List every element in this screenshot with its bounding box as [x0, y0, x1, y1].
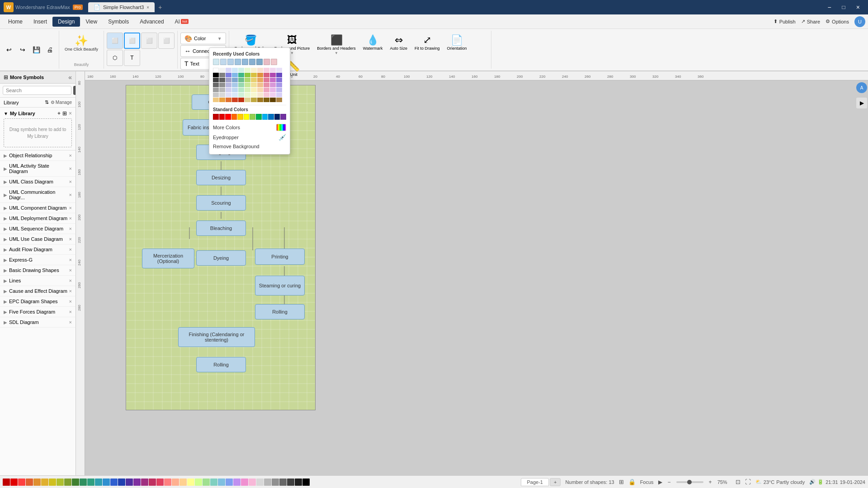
eyedropper-row[interactable]: Eyedropper 💉 [213, 132, 286, 142]
more-colors-row[interactable]: More Colors [213, 122, 286, 132]
menu-view[interactable]: View [80, 17, 103, 27]
color-bar-swatch[interactable] [233, 479, 241, 486]
swatch[interactable] [219, 73, 225, 77]
swatch[interactable] [270, 68, 276, 72]
menu-home[interactable]: Home [3, 17, 28, 27]
swatch[interactable] [276, 88, 282, 92]
shape-steaming[interactable]: Steaming or curing [255, 276, 305, 296]
menu-design[interactable]: Design [52, 17, 80, 27]
section-uml-class[interactable]: ▶ UML Class Diagram × [0, 177, 75, 187]
swatch[interactable] [276, 83, 282, 87]
swatch-ru-7[interactable] [256, 59, 263, 65]
color-bar-swatch[interactable] [241, 479, 248, 486]
search-input[interactable] [3, 86, 71, 95]
swatch[interactable] [245, 83, 250, 87]
save-btn[interactable]: 💾 [30, 43, 42, 56]
swatch[interactable] [251, 83, 257, 87]
shape-desizing[interactable]: Desizing [196, 170, 246, 185]
swatch[interactable] [251, 78, 257, 82]
swatch[interactable] [238, 73, 244, 77]
color-bar-swatch[interactable] [256, 479, 264, 486]
expand-right-btn[interactable]: ▶ [856, 98, 867, 108]
section-close-icon[interactable]: × [69, 319, 72, 325]
color-bar-swatch[interactable] [103, 479, 110, 486]
swatch[interactable] [276, 98, 282, 102]
swatch[interactable] [213, 73, 219, 77]
section-close-icon[interactable]: × [69, 288, 72, 294]
page-1-tab[interactable]: Page-1 [521, 478, 548, 486]
undo-btn[interactable]: ↩ [3, 43, 15, 56]
swatch[interactable] [245, 88, 250, 92]
maximize-btn[interactable]: □ [838, 2, 850, 12]
swatch[interactable] [238, 98, 244, 102]
swatch[interactable] [219, 93, 225, 97]
my-library-close-icon[interactable]: × [69, 110, 72, 117]
text-btn[interactable]: T [124, 50, 140, 66]
color-bar-swatch[interactable] [295, 479, 302, 486]
section-close-icon[interactable]: × [69, 257, 72, 263]
swatch-ru-2[interactable] [220, 59, 226, 65]
section-close-icon[interactable]: × [69, 166, 72, 171]
shape-mercerization[interactable]: Mercerization (Optional) [142, 249, 194, 268]
focus-btn[interactable]: Focus [640, 479, 654, 485]
swatch[interactable] [257, 68, 263, 72]
options-btn[interactable]: ⚙ Options [826, 19, 849, 24]
swatch-ru-6[interactable] [249, 59, 255, 65]
swatch[interactable] [213, 83, 219, 87]
color-bar-swatch[interactable] [133, 479, 141, 486]
swatch[interactable] [270, 93, 276, 97]
swatch[interactable] [213, 98, 219, 102]
color-bar-swatch[interactable] [3, 479, 10, 486]
diagram-canvas[interactable]: Gray Fabric Fabric inspection and stitch… [85, 80, 868, 475]
my-library-expand-icon[interactable]: ⊞ [62, 110, 67, 117]
color-bar-swatch[interactable] [226, 479, 233, 486]
share-btn[interactable]: ↗ Share [801, 19, 820, 24]
section-close-icon[interactable]: × [69, 153, 72, 158]
search-button[interactable]: Search [73, 86, 76, 95]
swatch[interactable] [264, 93, 269, 97]
section-express-g[interactable]: ▶ Express-G × [0, 255, 75, 265]
section-uml-usecase[interactable]: ▶ UML Use Case Diagram × [0, 234, 75, 244]
swatch[interactable] [245, 73, 250, 77]
connector-btn[interactable]: ⬡ [107, 50, 123, 66]
color-bar-swatch[interactable] [195, 479, 202, 486]
color-bar-swatch[interactable] [172, 479, 179, 486]
auto-size-btn[interactable]: ⇔ Auto Size [387, 33, 410, 53]
std-swatch-6[interactable] [244, 114, 250, 120]
swatch[interactable] [264, 83, 269, 87]
swatch[interactable] [238, 93, 244, 97]
swatch[interactable] [245, 78, 250, 82]
swatch[interactable] [245, 93, 250, 97]
swatch[interactable] [238, 68, 244, 72]
swatch[interactable] [264, 78, 269, 82]
zoom-slider[interactable] [676, 481, 703, 483]
lock-icon[interactable]: 🔒 [628, 479, 636, 485]
swatch[interactable] [219, 83, 225, 87]
swatch[interactable] [232, 83, 238, 87]
print-btn[interactable]: 🖨 [43, 43, 56, 56]
zoom-in-btn[interactable]: + [708, 478, 713, 486]
swatch[interactable] [245, 98, 250, 102]
new-tab-btn[interactable]: + [155, 2, 165, 13]
color-bar-swatch[interactable] [264, 479, 271, 486]
swatch[interactable] [226, 93, 231, 97]
one-click-beautify-btn[interactable]: ✨ One Click Beautify [63, 33, 100, 54]
section-close-icon[interactable]: × [69, 278, 72, 283]
style-btn-3[interactable]: ⬜ [141, 33, 157, 49]
std-swatch-8[interactable] [256, 114, 262, 120]
color-bar-swatch[interactable] [210, 479, 217, 486]
section-uml-component[interactable]: ▶ UML Component Diagram × [0, 203, 75, 213]
shape-scouring[interactable]: Scouring [196, 195, 246, 211]
swatch[interactable] [264, 88, 269, 92]
section-audit-flow[interactable]: ▶ Audit Flow Diagram × [0, 244, 75, 255]
swatch[interactable] [270, 78, 276, 82]
color-bar-swatch[interactable] [272, 479, 279, 486]
std-swatch-1[interactable] [213, 114, 219, 120]
section-cause-effect[interactable]: ▶ Cause and Effect Diagram × [0, 286, 75, 296]
color-bar-swatch[interactable] [249, 479, 256, 486]
swatch-ru-8[interactable] [264, 59, 270, 65]
swatch-ru-1[interactable] [213, 59, 219, 65]
swatch[interactable] [251, 88, 257, 92]
swatch[interactable] [276, 68, 282, 72]
user-avatar[interactable]: U [854, 16, 865, 27]
